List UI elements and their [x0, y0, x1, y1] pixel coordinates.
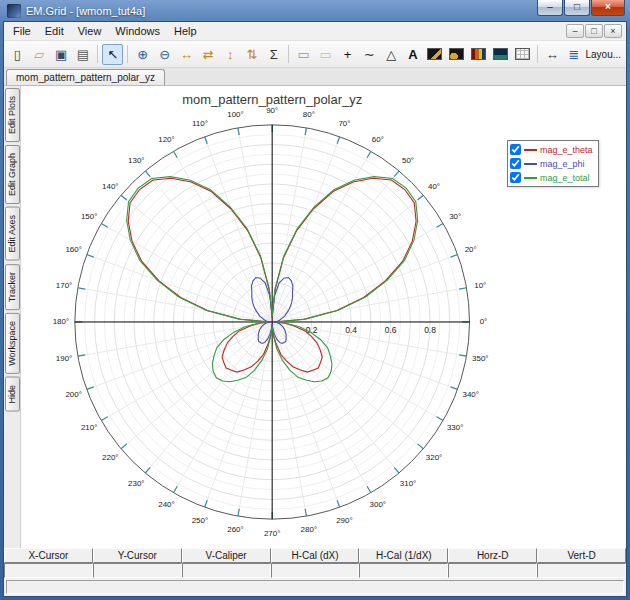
svg-text:290°: 290° [336, 516, 352, 525]
spline-tool-button[interactable]: ∼ [359, 44, 380, 65]
delta-tool-button[interactable]: △ [381, 44, 402, 65]
readout-headers: X-CursorY-CursorV-CaliperH-Cal (dX)H-Cal… [4, 548, 626, 563]
toolbar-separator [127, 45, 128, 63]
svg-text:120°: 120° [158, 135, 174, 144]
mdi-restore-button[interactable]: □ [585, 24, 603, 38]
delta-tool-icon: △ [386, 48, 396, 61]
new-document-icon: ▯ [14, 48, 21, 61]
svg-text:170°: 170° [56, 281, 72, 290]
text-tool-button[interactable]: A [403, 44, 424, 65]
svg-text:0.8: 0.8 [424, 325, 436, 335]
new-document-button[interactable]: ▯ [7, 44, 28, 65]
mdi-buttons: –□× [566, 24, 624, 38]
readout-value [448, 563, 537, 578]
sidebar-tab-edit-plots[interactable]: Edit Plots [5, 88, 20, 142]
print-button[interactable]: ▤ [73, 44, 94, 65]
tab-strip: mom_pattern_pattern_polar_yz [4, 68, 626, 86]
image-trace-button[interactable] [446, 44, 467, 65]
grid-toggle-button[interactable] [512, 44, 533, 65]
autoscale-sum-icon: Σ [270, 48, 278, 61]
plot-area: 0°10°20°30°40°50°60°70°80°90°100°110°120… [21, 86, 626, 548]
tab-mom-pattern-pattern-polar-yz[interactable]: mom_pattern_pattern_polar_yz [6, 69, 165, 85]
minimize-button[interactable]: – [537, 0, 563, 16]
zoom-out-icon: ⊖ [159, 48, 170, 61]
title-bar[interactable]: EM.Grid - [wmom_tut4a] – □ × [3, 0, 627, 21]
image-contour-button[interactable] [468, 44, 489, 65]
legend-checkbox[interactable] [510, 144, 521, 155]
legend-line-swatch [524, 149, 537, 151]
legend-line-swatch [524, 163, 537, 165]
legend-checkbox[interactable] [510, 158, 521, 169]
mdi-close-button[interactable]: × [604, 24, 622, 38]
readout-values [4, 563, 626, 578]
readout-header: V-Caliper [182, 548, 271, 563]
region-zoom-button[interactable]: ▭ [315, 44, 336, 65]
autoscale-sum-button[interactable]: Σ [263, 44, 284, 65]
readout-header: Y-Cursor [93, 548, 182, 563]
menu-file[interactable]: File [6, 23, 38, 39]
svg-text:200°: 200° [65, 390, 81, 399]
sidebar-tab-edit-graph[interactable]: Edit Graph [5, 145, 20, 204]
menu-edit[interactable]: Edit [38, 23, 71, 39]
svg-text:310°: 310° [400, 479, 416, 488]
layout-button[interactable]: ≣ [564, 44, 585, 65]
svg-text:230°: 230° [128, 479, 144, 488]
image-palette-button[interactable] [424, 44, 445, 65]
legend-label: mag_e_phi [540, 159, 585, 169]
svg-text:140°: 140° [102, 182, 118, 191]
legend: mag_e_thetamag_e_phimag_e_total [507, 140, 599, 187]
svg-text:340°: 340° [462, 390, 478, 399]
zoom-in-button[interactable]: ⊕ [132, 44, 153, 65]
fit-horizontal-button[interactable]: ↔ [176, 44, 197, 65]
svg-text:130°: 130° [128, 156, 144, 165]
sidebar-tab-workspace[interactable]: Workspace [5, 313, 20, 374]
layout-label: Layou... [585, 49, 623, 60]
maximize-button[interactable]: □ [564, 0, 590, 16]
fit-horizontal-limits-icon: ⇄ [203, 48, 214, 61]
sidebar-tab-edit-axes[interactable]: Edit Axes [5, 207, 20, 261]
mdi-minimize-button[interactable]: – [566, 24, 584, 38]
legend-row: mag_e_theta [510, 143, 593, 156]
close-button[interactable]: × [591, 0, 625, 16]
svg-text:0.4: 0.4 [345, 325, 357, 335]
fit-vertical-button[interactable]: ↕ [220, 44, 241, 65]
menu-view[interactable]: View [71, 23, 109, 39]
pointer-tool-icon: ↖ [107, 48, 118, 61]
menu-windows[interactable]: Windows [108, 23, 167, 39]
region-select-button[interactable]: ▭ [293, 44, 314, 65]
sidebar-tab-tracker[interactable]: Tracker [5, 264, 20, 310]
fit-vertical-limits-button[interactable]: ⇅ [242, 44, 263, 65]
image-trace-icon [449, 48, 464, 60]
app-window: EM.Grid - [wmom_tut4a] – □ × FileEditVie… [0, 0, 630, 600]
readout-header: Horz-D [448, 548, 537, 563]
svg-text:50°: 50° [402, 156, 414, 165]
svg-text:10°: 10° [474, 281, 486, 290]
legend-row: mag_e_total [510, 171, 593, 184]
legend-label: mag_e_total [540, 173, 590, 183]
fit-horizontal-limits-button[interactable]: ⇄ [198, 44, 219, 65]
readout-value [537, 563, 626, 578]
open-folder-button[interactable]: ▱ [29, 44, 50, 65]
svg-text:240°: 240° [158, 500, 174, 509]
pointer-tool-button[interactable]: ↖ [102, 44, 123, 65]
app-icon [7, 4, 21, 18]
svg-text:280°: 280° [301, 525, 317, 534]
svg-text:150°: 150° [81, 212, 97, 221]
image-surface-button[interactable] [490, 44, 511, 65]
zoom-out-button[interactable]: ⊖ [154, 44, 175, 65]
svg-text:30°: 30° [449, 212, 461, 221]
readout-header: Vert-D [537, 548, 626, 563]
svg-text:20°: 20° [465, 245, 477, 254]
svg-text:40°: 40° [428, 182, 440, 191]
legend-checkbox[interactable] [510, 172, 521, 183]
save-file-button[interactable]: ▣ [51, 44, 72, 65]
svg-text:260°: 260° [227, 525, 243, 534]
pan-horizontal-button[interactable]: ↔ [542, 44, 563, 65]
readout-value [93, 563, 182, 578]
menu-help[interactable]: Help [167, 23, 204, 39]
toolbar-separator [97, 45, 98, 63]
readout-header: X-Cursor [4, 548, 93, 563]
sidebar-tab-hide[interactable]: Hide [5, 377, 20, 412]
add-marker-button[interactable]: + [337, 44, 358, 65]
menu-items: FileEditViewWindowsHelp [6, 23, 204, 39]
